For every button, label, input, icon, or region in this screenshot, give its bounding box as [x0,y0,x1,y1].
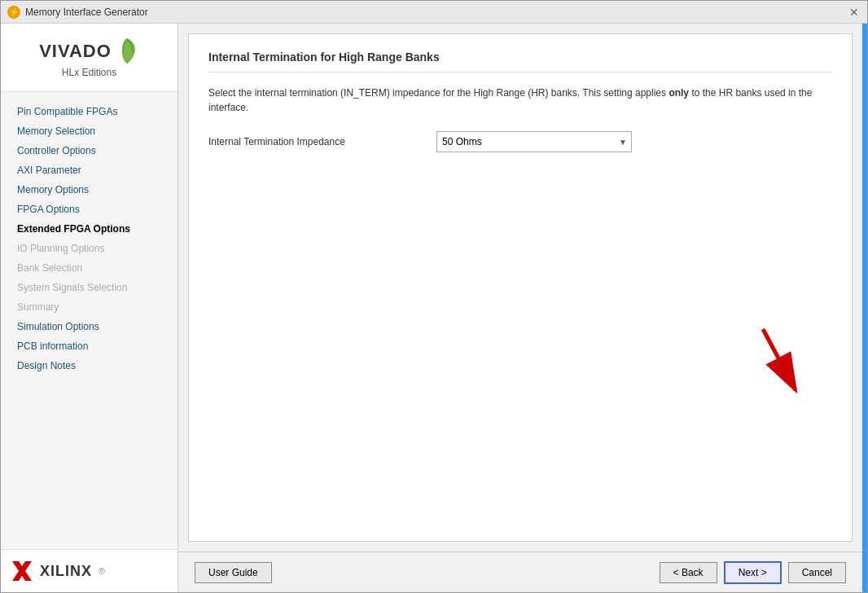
description-prefix: Select the internal termination (IN_TERM… [208,87,669,99]
xilinx-registered: ® [99,566,105,576]
sidebar-item-controller-options[interactable]: Controller Options [1,141,178,160]
footer-bar: User Guide < Back Next > Cancel [178,551,862,592]
description-bold: only [669,87,689,99]
right-panel: Internal Termination for High Range Bank… [178,24,862,592]
right-edge-bar [862,24,867,592]
xilinx-logo: XILINX ® [11,560,168,582]
sidebar-item-axi-parameter[interactable]: AXI Parameter [1,160,178,180]
impedance-select[interactable]: 50 Ohms 40 Ohms 60 Ohms NONE [436,131,632,152]
sidebar-item-system-signals-selection: System Signals Selection [1,278,178,297]
arrow-area [208,162,832,415]
sidebar-item-memory-options[interactable]: Memory Options [1,180,178,200]
sidebar-nav: Pin Compatible FPGAs Memory Selection Co… [1,92,178,549]
form-row-impedance: Internal Termination Impedance 50 Ohms 4… [208,131,832,152]
panel-title: Internal Termination for High Range Bank… [208,51,832,72]
user-guide-button[interactable]: User Guide [195,562,272,583]
sidebar-item-summary: Summary [1,297,178,317]
cancel-button[interactable]: Cancel [788,562,846,583]
sidebar-item-pin-compatible[interactable]: Pin Compatible FPGAs [1,102,178,121]
footer-left: User Guide [195,562,272,583]
hlx-text: HLx Editions [62,67,116,78]
close-button[interactable]: ✕ [848,6,861,19]
app-icon: ⚡ [7,6,20,19]
sidebar-item-pcb-information[interactable]: PCB information [1,336,178,356]
sidebar-item-simulation-options[interactable]: Simulation Options [1,317,178,336]
sidebar-item-design-notes[interactable]: Design Notes [1,356,178,376]
impedance-select-wrapper[interactable]: 50 Ohms 40 Ohms 60 Ohms NONE [436,131,632,152]
sidebar-item-bank-selection: Bank Selection [1,258,178,278]
sidebar-item-memory-selection[interactable]: Memory Selection [1,121,178,141]
sidebar: VIVADO HLx Editions Pin Compatible FPGAs… [1,24,178,592]
xilinx-text: XILINX [40,563,92,580]
back-button[interactable]: < Back [660,562,717,583]
sidebar-item-fpga-options[interactable]: FPGA Options [1,200,178,219]
vivado-logo: VIVADO [39,37,139,65]
impedance-label: Internal Termination Impedance [208,136,420,147]
sidebar-logo: VIVADO HLx Editions [1,24,178,92]
panel-content: Internal Termination for High Range Bank… [188,33,853,542]
title-bar-left: ⚡ Memory Interface Generator [7,6,148,19]
sidebar-item-io-planning-options: IO Planning Options [1,239,178,258]
title-bar: ⚡ Memory Interface Generator ✕ [1,1,867,24]
footer-right: < Back Next > Cancel [660,561,846,584]
window-title: Memory Interface Generator [25,7,148,18]
vivado-text: VIVADO [39,41,112,62]
xilinx-icon [11,560,33,582]
svg-line-4 [763,329,796,390]
red-arrow-icon [751,325,808,398]
leaf-icon [115,37,139,65]
next-button[interactable]: Next > [724,561,782,584]
sidebar-bottom: XILINX ® [1,549,178,592]
panel-description: Select the internal termination (IN_TERM… [208,86,832,115]
main-content: VIVADO HLx Editions Pin Compatible FPGAs… [1,24,867,592]
sidebar-item-extended-fpga-options[interactable]: Extended FPGA Options [1,219,178,239]
main-window: ⚡ Memory Interface Generator ✕ VIVADO HL… [0,0,868,593]
